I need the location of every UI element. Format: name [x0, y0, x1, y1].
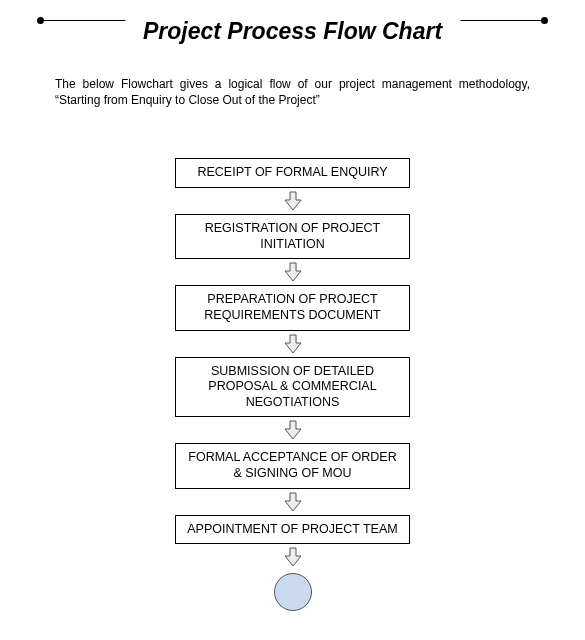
title-bar: Project Process Flow Chart: [40, 20, 545, 21]
down-arrow-icon: [284, 547, 302, 567]
flowchart: RECEIPT OF FORMAL ENQUIRY REGISTRATION O…: [0, 158, 585, 611]
page-title: Project Process Flow Chart: [125, 18, 460, 45]
step-box: RECEIPT OF FORMAL ENQUIRY: [175, 158, 410, 188]
description-text: The below Flowchart gives a logical flow…: [55, 76, 530, 108]
step-box: PREPARATION OF PROJECT REQUIREMENTS DOCU…: [175, 285, 410, 330]
down-arrow-icon: [284, 334, 302, 354]
down-arrow-icon: [284, 492, 302, 512]
down-arrow-icon: [284, 420, 302, 440]
terminator-circle: [274, 573, 312, 611]
down-arrow-icon: [284, 191, 302, 211]
step-box: REGISTRATION OF PROJECT INITIATION: [175, 214, 410, 259]
step-box: FORMAL ACCEPTANCE OF ORDER & SIGNING OF …: [175, 443, 410, 488]
step-box: APPOINTMENT OF PROJECT TEAM: [175, 515, 410, 545]
down-arrow-icon: [284, 262, 302, 282]
step-box: SUBMISSION OF DETAILED PROPOSAL & COMMER…: [175, 357, 410, 418]
